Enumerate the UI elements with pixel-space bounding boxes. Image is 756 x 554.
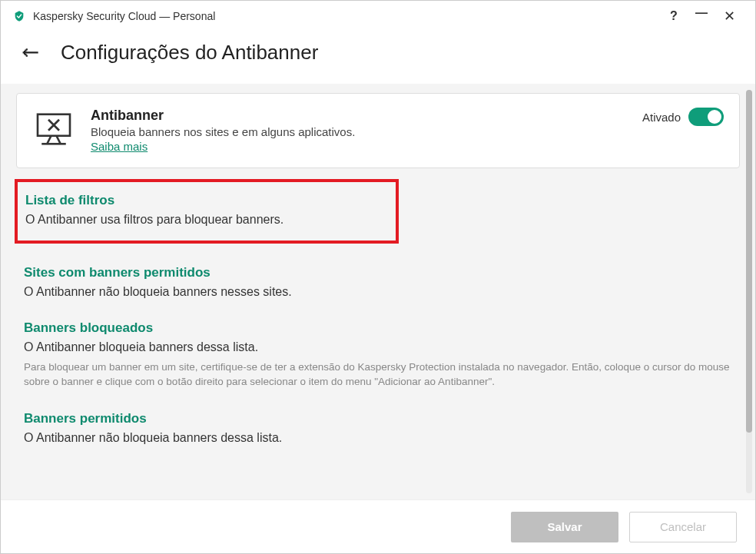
section-filter-list: Lista de filtros O Antibanner usa filtro… xyxy=(15,179,399,244)
content-area: Antibanner Bloqueia banners nos sites e … xyxy=(1,84,755,499)
feature-description: Bloqueia banners nos sites e em alguns a… xyxy=(91,125,642,138)
titlebar: Kaspersky Security Cloud — Personal ? — … xyxy=(1,1,755,32)
feature-body: Antibanner Bloqueia banners nos sites e … xyxy=(91,108,642,154)
blocked-banners-desc: O Antibanner bloqueia banners dessa list… xyxy=(24,340,732,354)
toggle-group: Ativado xyxy=(642,108,724,126)
save-button[interactable]: Salvar xyxy=(511,512,618,542)
back-button[interactable]: 🡐 xyxy=(22,43,39,63)
svg-line-3 xyxy=(47,136,51,144)
close-button[interactable]: ✕ xyxy=(715,8,743,25)
feature-title: Antibanner xyxy=(91,108,642,124)
section-blocked-banners: Banners bloqueados O Antibanner bloqueia… xyxy=(16,320,740,390)
learn-more-link[interactable]: Saiba mais xyxy=(91,140,148,153)
window-title: Kaspersky Security Cloud — Personal xyxy=(33,10,660,22)
filter-list-desc: O Antibanner usa filtros para bloquear b… xyxy=(25,213,388,227)
svg-line-4 xyxy=(57,136,61,144)
blocked-banners-link[interactable]: Banners bloqueados xyxy=(24,320,732,336)
allowed-sites-link[interactable]: Sites com banners permitidos xyxy=(24,265,732,280)
cancel-button[interactable]: Cancelar xyxy=(629,512,737,542)
allowed-banners-link[interactable]: Banners permitidos xyxy=(24,411,732,426)
antibanner-toggle[interactable] xyxy=(688,108,724,126)
footer: Salvar Cancelar xyxy=(1,499,755,553)
minimize-button[interactable]: — xyxy=(688,6,715,20)
page-header: 🡐 Configurações do Antibanner xyxy=(1,32,755,80)
scrollbar[interactable] xyxy=(746,90,752,493)
antibanner-icon xyxy=(32,108,75,154)
scrollbar-thumb[interactable] xyxy=(746,90,752,433)
section-allowed-sites: Sites com banners permitidos O Antibanne… xyxy=(16,265,740,299)
blocked-banners-note: Para bloquear um banner em um site, cert… xyxy=(24,360,732,390)
allowed-banners-desc: O Antibanner não bloqueia banners dessa … xyxy=(24,431,732,445)
toggle-label: Ativado xyxy=(642,111,681,124)
shield-icon xyxy=(13,10,25,22)
filter-list-link[interactable]: Lista de filtros xyxy=(25,193,388,208)
section-allowed-banners: Banners permitidos O Antibanner não bloq… xyxy=(16,411,740,445)
feature-card: Antibanner Bloqueia banners nos sites e … xyxy=(16,93,740,168)
page-title: Configurações do Antibanner xyxy=(61,41,318,65)
help-button[interactable]: ? xyxy=(660,9,688,23)
allowed-sites-desc: O Antibanner não bloqueia banners nesses… xyxy=(24,285,732,299)
